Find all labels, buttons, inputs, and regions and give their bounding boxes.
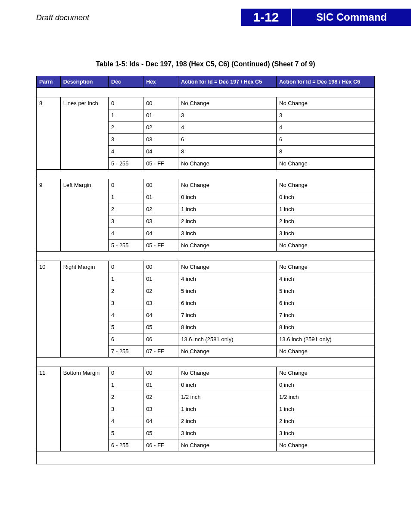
cell-action-c6: 8 inch xyxy=(277,321,375,333)
table-body: 8Lines per inch000No ChangeNo Change1013… xyxy=(37,88,375,464)
group-separator xyxy=(37,358,375,367)
cell-dec: 3 xyxy=(109,297,143,309)
cell-action-c5: 3 inch xyxy=(178,427,277,439)
cell-action-c5: 4 inch xyxy=(178,273,277,285)
cell-hex: 06 - FF xyxy=(143,439,178,451)
cell-action-c5: No Change xyxy=(178,439,277,451)
cell-hex: 00 xyxy=(143,261,178,273)
cell-dec: 0 xyxy=(109,261,143,273)
cell-action-c6: 4 inch xyxy=(277,273,375,285)
cell-action-c6: 8 xyxy=(277,146,375,158)
cell-action-c6: 3 xyxy=(277,109,375,121)
cell-description: Left Margin xyxy=(60,179,108,252)
page-title: SIC Command xyxy=(292,9,411,26)
col-description: Description xyxy=(60,76,108,88)
page-header: Draft document 1-12 SIC Command xyxy=(0,0,411,26)
table-row: 11Bottom Margin000No ChangeNo Change xyxy=(37,367,375,379)
cell-hex: 01 xyxy=(143,273,178,285)
draft-label: Draft document xyxy=(0,0,241,26)
cell-hex: 07 - FF xyxy=(143,345,178,358)
cell-action-c5: No Change xyxy=(178,240,277,252)
cell-hex: 02 xyxy=(143,285,178,297)
cell-action-c6: No Change xyxy=(277,345,375,358)
cell-hex: 01 xyxy=(143,109,178,121)
cell-action-c6: 3 inch xyxy=(277,427,375,439)
cell-hex: 05 xyxy=(143,427,178,439)
cell-hex: 05 - FF xyxy=(143,240,178,252)
cell-action-c6: 1 inch xyxy=(277,203,375,215)
group-separator xyxy=(37,252,375,261)
cell-dec: 1 xyxy=(109,379,143,391)
cell-action-c6: No Change xyxy=(277,261,375,273)
cell-dec: 3 xyxy=(109,134,143,146)
cell-hex: 03 xyxy=(143,215,178,227)
cell-parm: 10 xyxy=(37,261,61,358)
cell-action-c5: 0 inch xyxy=(178,191,277,203)
cell-dec: 0 xyxy=(109,179,143,191)
cell-parm: 9 xyxy=(37,179,61,252)
cell-action-c5: No Change xyxy=(178,367,277,379)
cell-action-c6: 5 inch xyxy=(277,285,375,297)
cell-description: Right Margin xyxy=(60,261,108,358)
cell-action-c6: No Change xyxy=(277,439,375,451)
cell-hex: 02 xyxy=(143,391,178,403)
cell-dec: 2 xyxy=(109,203,143,215)
table-caption: Table 1-5: Ids - Dec 197, 198 (Hex C5, C… xyxy=(36,60,375,68)
cell-action-c5: 0 inch xyxy=(178,379,277,391)
cell-hex: 00 xyxy=(143,179,178,191)
cell-dec: 1 xyxy=(109,191,143,203)
cell-hex: 05 xyxy=(143,321,178,333)
group-separator xyxy=(37,88,375,97)
table-row: 9Left Margin000No ChangeNo Change xyxy=(37,179,375,191)
cell-hex: 04 xyxy=(143,146,178,158)
cell-dec: 4 xyxy=(109,227,143,240)
cell-action-c6: 6 xyxy=(277,134,375,146)
cell-action-c6: 2 inch xyxy=(277,215,375,227)
cell-action-c5: 1 inch xyxy=(178,203,277,215)
cell-action-c5: 6 inch xyxy=(178,297,277,309)
cell-action-c5: 8 xyxy=(178,146,277,158)
cell-hex: 00 xyxy=(143,367,178,379)
cell-hex: 02 xyxy=(143,121,178,134)
cell-hex: 03 xyxy=(143,134,178,146)
cell-action-c6: 2 inch xyxy=(277,415,375,427)
cell-action-c5: 8 inch xyxy=(178,321,277,333)
cell-dec: 5 - 255 xyxy=(109,158,143,170)
cell-parm: 11 xyxy=(37,367,61,451)
page-number-badge: 1-12 xyxy=(241,9,292,26)
cell-action-c6: No Change xyxy=(277,179,375,191)
cell-dec: 5 - 255 xyxy=(109,240,143,252)
cell-action-c6: 0 inch xyxy=(277,191,375,203)
cell-hex: 00 xyxy=(143,97,178,109)
cell-hex: 01 xyxy=(143,379,178,391)
cell-action-c6: 7 inch xyxy=(277,309,375,321)
cell-hex: 06 xyxy=(143,333,178,345)
cell-action-c5: No Change xyxy=(178,261,277,273)
cell-action-c6: No Change xyxy=(277,158,375,170)
cell-dec: 6 xyxy=(109,333,143,345)
cell-action-c6: 6 inch xyxy=(277,297,375,309)
cell-action-c5: 1 inch xyxy=(178,403,277,415)
cell-action-c6: No Change xyxy=(277,367,375,379)
cell-dec: 5 xyxy=(109,321,143,333)
cell-hex: 02 xyxy=(143,203,178,215)
cell-action-c5: 2 inch xyxy=(178,215,277,227)
cell-action-c5: 3 xyxy=(178,109,277,121)
col-hex: Hex xyxy=(143,76,178,88)
table-row: 8Lines per inch000No ChangeNo Change xyxy=(37,97,375,109)
cell-action-c5: 7 inch xyxy=(178,309,277,321)
cell-dec: 4 xyxy=(109,146,143,158)
cell-dec: 2 xyxy=(109,121,143,134)
cell-action-c5: No Change xyxy=(178,345,277,358)
table-tail xyxy=(37,451,375,464)
cell-action-c5: 13.6 inch (2581 only) xyxy=(178,333,277,345)
cell-action-c6: 1/2 inch xyxy=(277,391,375,403)
cell-dec: 7 - 255 xyxy=(109,345,143,358)
cell-dec: 4 xyxy=(109,309,143,321)
col-dec: Dec xyxy=(109,76,143,88)
cell-action-c6: 0 inch xyxy=(277,379,375,391)
cell-hex: 01 xyxy=(143,191,178,203)
cell-action-c5: 5 inch xyxy=(178,285,277,297)
cell-hex: 03 xyxy=(143,403,178,415)
cell-action-c5: 1/2 inch xyxy=(178,391,277,403)
